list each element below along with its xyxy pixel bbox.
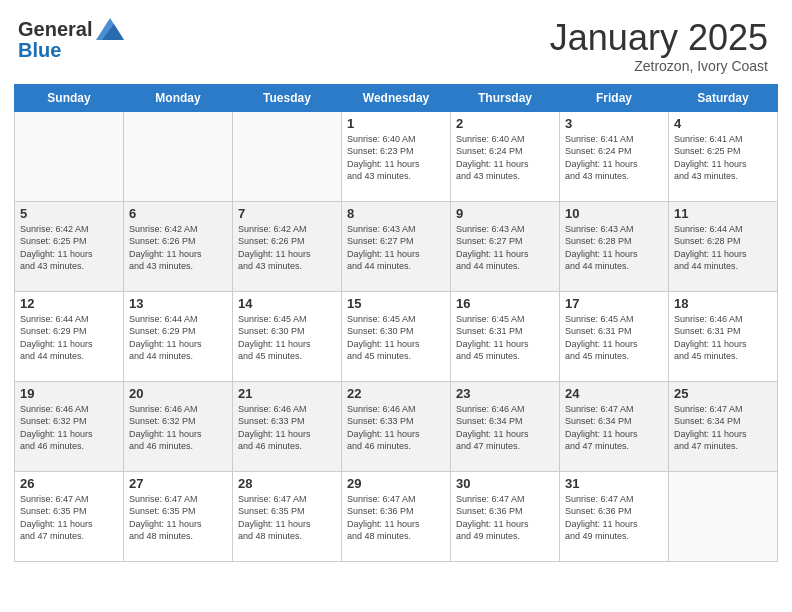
week-row-2: 5Sunrise: 6:42 AMSunset: 6:25 PMDaylight…: [15, 201, 778, 291]
day-number: 3: [565, 116, 663, 131]
day-cell-5: 5Sunrise: 6:42 AMSunset: 6:25 PMDaylight…: [15, 201, 124, 291]
day-cell-2: 2Sunrise: 6:40 AMSunset: 6:24 PMDaylight…: [451, 111, 560, 201]
day-number: 4: [674, 116, 772, 131]
day-info: Sunrise: 6:47 AMSunset: 6:36 PMDaylight:…: [347, 493, 445, 543]
day-cell-30: 30Sunrise: 6:47 AMSunset: 6:36 PMDayligh…: [451, 471, 560, 561]
day-info: Sunrise: 6:46 AMSunset: 6:32 PMDaylight:…: [129, 403, 227, 453]
day-number: 16: [456, 296, 554, 311]
logo-blue-text: Blue: [18, 40, 61, 60]
week-row-1: 1Sunrise: 6:40 AMSunset: 6:23 PMDaylight…: [15, 111, 778, 201]
day-header-row: SundayMondayTuesdayWednesdayThursdayFrid…: [15, 84, 778, 111]
day-cell-11: 11Sunrise: 6:44 AMSunset: 6:28 PMDayligh…: [669, 201, 778, 291]
day-number: 28: [238, 476, 336, 491]
day-info: Sunrise: 6:44 AMSunset: 6:29 PMDaylight:…: [129, 313, 227, 363]
day-info: Sunrise: 6:45 AMSunset: 6:31 PMDaylight:…: [456, 313, 554, 363]
day-number: 26: [20, 476, 118, 491]
day-number: 1: [347, 116, 445, 131]
day-header-saturday: Saturday: [669, 84, 778, 111]
week-row-4: 19Sunrise: 6:46 AMSunset: 6:32 PMDayligh…: [15, 381, 778, 471]
day-number: 11: [674, 206, 772, 221]
day-cell-21: 21Sunrise: 6:46 AMSunset: 6:33 PMDayligh…: [233, 381, 342, 471]
day-number: 27: [129, 476, 227, 491]
day-number: 25: [674, 386, 772, 401]
day-cell-4: 4Sunrise: 6:41 AMSunset: 6:25 PMDaylight…: [669, 111, 778, 201]
day-info: Sunrise: 6:42 AMSunset: 6:26 PMDaylight:…: [129, 223, 227, 273]
day-info: Sunrise: 6:40 AMSunset: 6:23 PMDaylight:…: [347, 133, 445, 183]
day-cell-20: 20Sunrise: 6:46 AMSunset: 6:32 PMDayligh…: [124, 381, 233, 471]
day-number: 14: [238, 296, 336, 311]
day-cell-17: 17Sunrise: 6:45 AMSunset: 6:31 PMDayligh…: [560, 291, 669, 381]
day-info: Sunrise: 6:42 AMSunset: 6:25 PMDaylight:…: [20, 223, 118, 273]
day-number: 17: [565, 296, 663, 311]
day-cell-8: 8Sunrise: 6:43 AMSunset: 6:27 PMDaylight…: [342, 201, 451, 291]
day-number: 23: [456, 386, 554, 401]
day-cell-3: 3Sunrise: 6:41 AMSunset: 6:24 PMDaylight…: [560, 111, 669, 201]
day-cell-31: 31Sunrise: 6:47 AMSunset: 6:36 PMDayligh…: [560, 471, 669, 561]
logo-general-text: General: [18, 19, 92, 39]
day-number: 24: [565, 386, 663, 401]
day-cell-23: 23Sunrise: 6:46 AMSunset: 6:34 PMDayligh…: [451, 381, 560, 471]
day-info: Sunrise: 6:47 AMSunset: 6:36 PMDaylight:…: [565, 493, 663, 543]
logo-blue-text-area: Blue: [18, 40, 61, 60]
day-number: 10: [565, 206, 663, 221]
day-header-monday: Monday: [124, 84, 233, 111]
month-title: January 2025: [550, 18, 768, 58]
day-cell-16: 16Sunrise: 6:45 AMSunset: 6:31 PMDayligh…: [451, 291, 560, 381]
day-cell-25: 25Sunrise: 6:47 AMSunset: 6:34 PMDayligh…: [669, 381, 778, 471]
day-info: Sunrise: 6:46 AMSunset: 6:34 PMDaylight:…: [456, 403, 554, 453]
day-info: Sunrise: 6:47 AMSunset: 6:35 PMDaylight:…: [129, 493, 227, 543]
day-number: 12: [20, 296, 118, 311]
day-info: Sunrise: 6:47 AMSunset: 6:36 PMDaylight:…: [456, 493, 554, 543]
day-cell-19: 19Sunrise: 6:46 AMSunset: 6:32 PMDayligh…: [15, 381, 124, 471]
day-info: Sunrise: 6:41 AMSunset: 6:25 PMDaylight:…: [674, 133, 772, 183]
day-cell-empty-0-1: [124, 111, 233, 201]
day-number: 2: [456, 116, 554, 131]
day-number: 21: [238, 386, 336, 401]
header: General Blue January 2025 Zetrozon, Ivor…: [0, 0, 792, 84]
day-info: Sunrise: 6:47 AMSunset: 6:35 PMDaylight:…: [238, 493, 336, 543]
day-number: 13: [129, 296, 227, 311]
day-number: 9: [456, 206, 554, 221]
day-info: Sunrise: 6:45 AMSunset: 6:30 PMDaylight:…: [238, 313, 336, 363]
day-info: Sunrise: 6:44 AMSunset: 6:28 PMDaylight:…: [674, 223, 772, 273]
day-info: Sunrise: 6:46 AMSunset: 6:32 PMDaylight:…: [20, 403, 118, 453]
day-cell-27: 27Sunrise: 6:47 AMSunset: 6:35 PMDayligh…: [124, 471, 233, 561]
day-cell-6: 6Sunrise: 6:42 AMSunset: 6:26 PMDaylight…: [124, 201, 233, 291]
day-number: 7: [238, 206, 336, 221]
day-number: 18: [674, 296, 772, 311]
location-subtitle: Zetrozon, Ivory Coast: [550, 58, 768, 74]
day-header-tuesday: Tuesday: [233, 84, 342, 111]
day-cell-9: 9Sunrise: 6:43 AMSunset: 6:27 PMDaylight…: [451, 201, 560, 291]
day-number: 6: [129, 206, 227, 221]
day-cell-28: 28Sunrise: 6:47 AMSunset: 6:35 PMDayligh…: [233, 471, 342, 561]
day-cell-empty-0-0: [15, 111, 124, 201]
week-row-3: 12Sunrise: 6:44 AMSunset: 6:29 PMDayligh…: [15, 291, 778, 381]
day-cell-10: 10Sunrise: 6:43 AMSunset: 6:28 PMDayligh…: [560, 201, 669, 291]
day-cell-22: 22Sunrise: 6:46 AMSunset: 6:33 PMDayligh…: [342, 381, 451, 471]
day-header-wednesday: Wednesday: [342, 84, 451, 111]
day-cell-24: 24Sunrise: 6:47 AMSunset: 6:34 PMDayligh…: [560, 381, 669, 471]
day-info: Sunrise: 6:46 AMSunset: 6:33 PMDaylight:…: [347, 403, 445, 453]
day-number: 30: [456, 476, 554, 491]
day-cell-29: 29Sunrise: 6:47 AMSunset: 6:36 PMDayligh…: [342, 471, 451, 561]
day-cell-empty-4-6: [669, 471, 778, 561]
logo-icon: [96, 18, 124, 40]
day-cell-empty-0-2: [233, 111, 342, 201]
day-info: Sunrise: 6:40 AMSunset: 6:24 PMDaylight:…: [456, 133, 554, 183]
day-info: Sunrise: 6:46 AMSunset: 6:31 PMDaylight:…: [674, 313, 772, 363]
day-info: Sunrise: 6:45 AMSunset: 6:31 PMDaylight:…: [565, 313, 663, 363]
logo: General: [18, 18, 124, 40]
day-cell-13: 13Sunrise: 6:44 AMSunset: 6:29 PMDayligh…: [124, 291, 233, 381]
day-number: 31: [565, 476, 663, 491]
day-info: Sunrise: 6:44 AMSunset: 6:29 PMDaylight:…: [20, 313, 118, 363]
day-cell-12: 12Sunrise: 6:44 AMSunset: 6:29 PMDayligh…: [15, 291, 124, 381]
day-info: Sunrise: 6:41 AMSunset: 6:24 PMDaylight:…: [565, 133, 663, 183]
day-number: 19: [20, 386, 118, 401]
logo-area: General Blue: [18, 18, 124, 60]
day-info: Sunrise: 6:43 AMSunset: 6:27 PMDaylight:…: [456, 223, 554, 273]
title-area: January 2025 Zetrozon, Ivory Coast: [550, 18, 768, 74]
day-header-sunday: Sunday: [15, 84, 124, 111]
day-header-friday: Friday: [560, 84, 669, 111]
day-cell-26: 26Sunrise: 6:47 AMSunset: 6:35 PMDayligh…: [15, 471, 124, 561]
day-cell-14: 14Sunrise: 6:45 AMSunset: 6:30 PMDayligh…: [233, 291, 342, 381]
